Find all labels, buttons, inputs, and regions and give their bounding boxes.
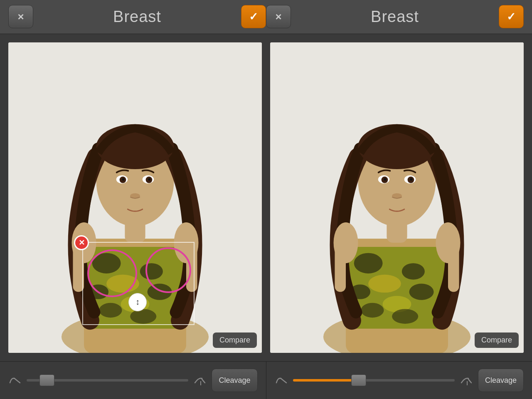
left-slider-thumb[interactable] xyxy=(39,374,54,386)
right-slider-thumb[interactable] xyxy=(351,374,366,386)
left-panel-title: Breast xyxy=(113,8,161,26)
right-photo-area: Compare xyxy=(270,42,524,353)
left-photo-area: ✕ ↕ Compare xyxy=(8,42,262,353)
left-cleavage-button[interactable]: Cleavage xyxy=(212,369,257,392)
right-cleavage-button[interactable]: Cleavage xyxy=(478,369,524,392)
left-compare-button[interactable]: Compare xyxy=(213,332,257,348)
right-cancel-icon: × xyxy=(275,11,281,22)
right-confirm-icon: ✓ xyxy=(507,10,516,23)
right-breast-icon-right xyxy=(460,373,473,388)
move-arrows-icon: ↕ xyxy=(135,297,140,307)
bottom-bar: Cleavage Cleavage xyxy=(0,361,532,399)
right-panel-title: Breast xyxy=(371,8,419,26)
left-confirm-button[interactable]: ✓ xyxy=(241,5,266,28)
svg-point-46 xyxy=(410,178,412,180)
left-breast-icon-left xyxy=(8,373,22,388)
right-confirm-button[interactable]: ✓ xyxy=(499,5,524,28)
svg-point-45 xyxy=(384,178,387,180)
left-confirm-icon: ✓ xyxy=(249,10,258,23)
svg-rect-51 xyxy=(448,243,459,292)
left-slider-track[interactable] xyxy=(27,379,188,382)
left-breast-circle[interactable] xyxy=(87,249,137,297)
right-person-image xyxy=(270,42,524,353)
svg-point-37 xyxy=(392,309,418,323)
right-cancel-button[interactable]: × xyxy=(266,5,291,28)
svg-point-34 xyxy=(409,283,434,300)
right-slider-track[interactable] xyxy=(293,379,455,382)
remove-annotation-button[interactable]: ✕ xyxy=(74,235,89,250)
svg-point-30 xyxy=(354,253,383,273)
left-cancel-button[interactable]: × xyxy=(8,5,33,28)
left-panel: ✕ ↕ Compare xyxy=(8,42,262,353)
svg-point-31 xyxy=(402,263,425,279)
top-bar: × Breast ✓ × Breast ✓ xyxy=(0,0,532,34)
svg-rect-50 xyxy=(335,243,346,292)
right-compare-button[interactable]: Compare xyxy=(475,332,519,348)
left-cancel-icon: × xyxy=(17,11,24,22)
right-slider-fill xyxy=(293,379,358,382)
left-annotation-overlay: ✕ ↕ xyxy=(8,42,262,353)
left-bottom-panel: Cleavage xyxy=(0,362,266,399)
right-breast-circle[interactable] xyxy=(145,247,191,293)
remove-icon: ✕ xyxy=(79,238,85,247)
svg-point-32 xyxy=(368,274,401,292)
svg-point-36 xyxy=(361,303,384,317)
main-content: ✕ ↕ Compare xyxy=(0,34,532,362)
move-handle[interactable]: ↕ xyxy=(128,293,147,311)
right-bottom-panel: Cleavage xyxy=(266,362,532,399)
right-panel: Compare xyxy=(270,42,524,353)
left-breast-icon-right xyxy=(193,373,207,388)
right-breast-icon-left xyxy=(275,373,288,388)
